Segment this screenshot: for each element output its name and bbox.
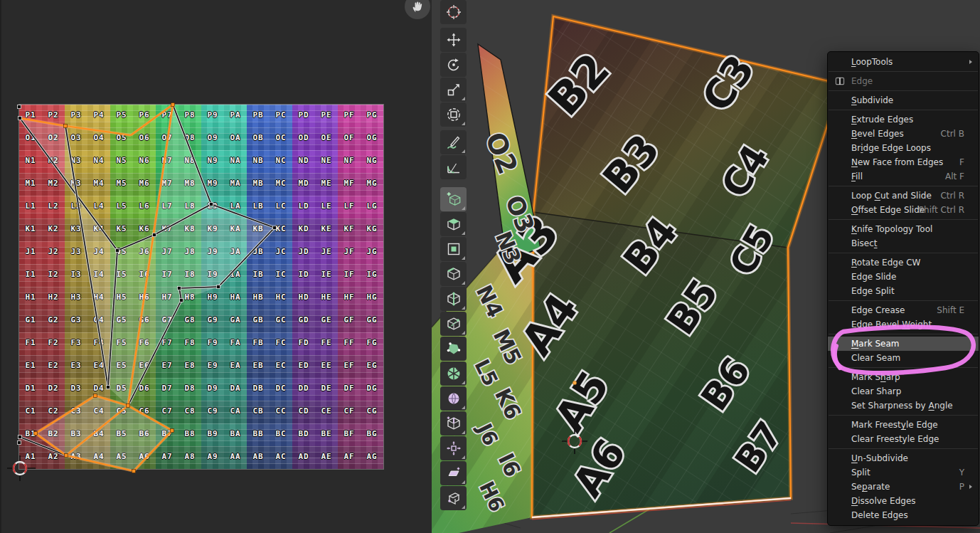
tool-measure[interactable]	[440, 155, 467, 179]
spin-icon	[446, 366, 462, 381]
grid-cell-label: C2	[42, 401, 65, 423]
menu-item-set-sharpness-by-angle[interactable]: Set Sharpness by Angle	[828, 399, 979, 413]
grid-cell: C5	[110, 401, 133, 423]
grid-cell-label: FG	[361, 332, 383, 355]
grid-cell-label: G3	[65, 310, 87, 332]
tool-extrude-region[interactable]	[440, 212, 467, 236]
grid-cell-label: G4	[87, 310, 110, 332]
grid-cell: KC	[270, 218, 292, 241]
menu-item-label: Knife Topology Tool	[851, 224, 932, 234]
menu-item-edge-split[interactable]: Edge Split	[828, 284, 979, 298]
menu-shortcut: Shift E	[937, 303, 964, 317]
grid-cell-label: O7	[156, 127, 179, 150]
tool-inset-faces[interactable]	[440, 237, 467, 261]
menu-item-un-subdivide[interactable]: Un-Subdivide	[828, 451, 979, 465]
tool-bevel[interactable]	[440, 262, 467, 286]
menu-item-split[interactable]: SplitY	[828, 465, 979, 480]
tool-loop-cut[interactable]	[440, 287, 467, 311]
grid-cell-label: IG	[361, 264, 383, 287]
menu-item-rotate-edge-cw[interactable]: Rotate Edge CW	[828, 255, 979, 270]
grid-cell: H3	[65, 287, 87, 310]
menu-item-knife-topology-tool[interactable]: Knife Topology Tool	[828, 222, 979, 236]
grid-cell: MB	[247, 173, 270, 196]
menu-item-mark-freestyle-edge[interactable]: Mark Freestyle Edge	[828, 418, 979, 432]
grid-cell: E7	[156, 355, 179, 378]
grid-cell: OF	[338, 127, 361, 150]
grid-cell-label: BG	[361, 423, 383, 446]
tool-annotate[interactable]	[440, 130, 467, 154]
menu-item-mark-sharp[interactable]: Mark Sharp	[828, 370, 979, 384]
tool-poly-build[interactable]	[440, 337, 467, 361]
grid-cell: P1	[19, 105, 42, 127]
tool-rip-region[interactable]	[440, 486, 467, 510]
grid-cell-label: C4	[87, 401, 110, 423]
pan-gizmo[interactable]	[405, 0, 430, 19]
grid-cell-label: I1	[19, 264, 42, 287]
menu-item-clear-sharp[interactable]: Clear Sharp	[828, 384, 979, 399]
menu-item-looptools[interactable]: LoopTools	[828, 55, 979, 69]
tool-edge-slide[interactable]	[440, 411, 467, 436]
menu-item-clear-freestyle-edge[interactable]: Clear Freestyle Edge	[828, 432, 979, 446]
grid-cell: CB	[247, 401, 270, 423]
grid-cell-label: G5	[110, 310, 133, 332]
grid-cell: P9	[201, 105, 224, 127]
grid-cell: H4	[87, 287, 110, 310]
tool-smooth[interactable]	[440, 386, 467, 411]
grid-cell-label: I6	[133, 264, 156, 287]
menu-item-offset-edge-slide[interactable]: Offset Edge SlideShift Ctrl R	[828, 203, 979, 217]
tool-options-corner	[462, 505, 465, 509]
grid-cell-label: CG	[361, 401, 383, 423]
menu-item-delete-edges[interactable]: Delete Edges	[828, 508, 979, 522]
grid-cell: B5	[110, 423, 133, 446]
menu-item-extrude-edges[interactable]: Extrude Edges	[828, 112, 979, 127]
tool-shrink-fatten[interactable]	[440, 436, 467, 460]
tool-knife[interactable]	[440, 312, 467, 336]
tool-rotate[interactable]	[440, 53, 467, 77]
menu-item-edge-bevel-weight[interactable]: Edge Bevel Weight	[828, 317, 979, 332]
menu-item-clear-seam[interactable]: Clear Seam	[828, 351, 979, 365]
grid-cell-label: H8	[179, 287, 201, 310]
grid-cell-label: J8	[179, 241, 201, 264]
grid-cell-label: K3	[65, 218, 87, 241]
tool-cursor[interactable]	[440, 0, 467, 24]
tool-spin[interactable]	[440, 362, 467, 386]
grid-cell: IC	[270, 264, 292, 287]
menu-item-bisect[interactable]: Bisect	[828, 236, 979, 250]
menu-item-bridge-edge-loops[interactable]: Bridge Edge Loops	[828, 141, 979, 155]
grid-cell: AF	[338, 446, 361, 469]
menu-item-edge-slide[interactable]: Edge Slide	[828, 270, 979, 284]
grid-cell: O8	[179, 127, 201, 150]
uv-test-grid-texture[interactable]: P1P2P3P4P5P6P7P8P9PAPBPCPDPEPFPGO1O2O3O4…	[19, 105, 383, 469]
menu-item-separate[interactable]: SeparateP	[828, 480, 979, 494]
tool-shear[interactable]	[440, 461, 467, 485]
menu-item-subdivide[interactable]: Subdivide	[828, 93, 979, 107]
tool-move[interactable]	[440, 28, 467, 52]
grid-cell: BC	[270, 423, 292, 446]
menu-item-new-face-from-edges[interactable]: New Face from EdgesF	[828, 155, 979, 169]
grid-cell: PB	[247, 105, 270, 127]
uv-editor-panel[interactable]: P1P2P3P4P5P6P7P8P9PAPBPCPDPEPFPGO1O2O3O4…	[0, 0, 432, 533]
menu-item-dissolve-edges[interactable]: Dissolve Edges	[828, 494, 979, 508]
grid-cell-label: EC	[270, 355, 292, 378]
grid-cell: KF	[338, 218, 361, 241]
menu-item-edge-crease[interactable]: Edge CreaseShift E	[828, 303, 979, 317]
tool-add-cube[interactable]	[440, 187, 467, 211]
grid-cell-label: E6	[133, 355, 156, 378]
grid-cell-label: L8	[179, 196, 201, 218]
menu-item-loop-cut-and-slide[interactable]: Loop Cut and SlideCtrl R	[828, 189, 979, 203]
grid-cell: GG	[361, 310, 383, 332]
tool-transform[interactable]	[440, 102, 467, 127]
grid-cell-label: C1	[19, 401, 42, 423]
grid-cell-label: M1	[19, 173, 42, 196]
grid-cell-label: H5	[110, 287, 133, 310]
menu-item-fill[interactable]: FillAlt F	[828, 169, 979, 184]
grid-cell: A6	[133, 446, 156, 469]
menu-item-bevel-edges[interactable]: Bevel EdgesCtrl B	[828, 127, 979, 141]
grid-cell-label: B1	[19, 423, 42, 446]
grid-cell: JE	[315, 241, 338, 264]
grid-cell-label: A3	[65, 446, 87, 469]
menu-item-mark-seam[interactable]: Mark Seam	[828, 337, 979, 351]
tool-scale[interactable]	[440, 78, 467, 102]
grid-cell: F2	[42, 332, 65, 355]
grid-cell-label: O6	[133, 127, 156, 150]
